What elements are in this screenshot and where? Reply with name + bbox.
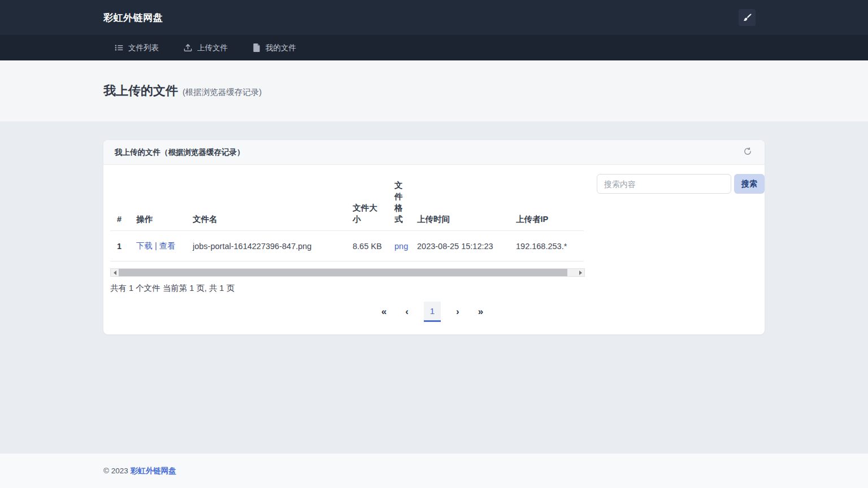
cell-actions: 下载|查看 (129, 231, 186, 262)
brush-icon (743, 14, 752, 22)
page-subtitle: (根据浏览器缓存记录) (183, 88, 262, 97)
cell-format: png (388, 231, 410, 262)
card-body: # 操作 文件名 文件大小 文件格式 上传时间 上传者IP (103, 165, 765, 334)
copyright-text: © 2023 (103, 467, 128, 475)
pagination-first-button[interactable]: « (378, 304, 390, 320)
app-title: 彩虹外链网盘 (103, 11, 163, 24)
col-uploader-ip: 上传者IP (509, 174, 584, 231)
col-format: 文件格式 (388, 174, 410, 231)
nav-item-my-files[interactable]: 我的文件 (253, 43, 296, 53)
nav-label: 上传文件 (197, 43, 228, 53)
main-content: 我上传的文件（根据浏览器缓存记录） (0, 121, 868, 454)
scrollbar-right-arrow[interactable] (576, 269, 584, 276)
scrollbar-left-arrow[interactable] (111, 269, 119, 276)
col-upload-time: 上传时间 (410, 174, 509, 231)
scrollbar-thumb[interactable] (119, 269, 567, 276)
nav-item-file-list[interactable]: 文件列表 (115, 43, 159, 53)
nav-item-upload[interactable]: 上传文件 (184, 43, 228, 53)
files-table: # 操作 文件名 文件大小 文件格式 上传时间 上传者IP (110, 174, 584, 262)
file-icon (253, 43, 261, 52)
theme-toggle-button[interactable] (739, 9, 756, 26)
search-input[interactable] (597, 174, 731, 194)
cell-index: 1 (110, 231, 129, 262)
col-index: # (110, 174, 129, 231)
col-filesize: 文件大小 (346, 174, 388, 231)
cell-filesize: 8.65 KB (346, 231, 388, 262)
nav-label: 文件列表 (128, 43, 159, 53)
footer-site-link[interactable]: 彩虹外链网盘 (131, 467, 176, 475)
pagination-last-button[interactable]: » (475, 304, 487, 320)
top-header: 彩虹外链网盘 (0, 0, 868, 35)
file-count-summary: 共有 1 个文件 当前第 1 页, 共 1 页 (110, 283, 585, 294)
cell-filename: jobs-portal-1614227396-847.png (186, 231, 346, 262)
cell-uploader-ip: 192.168.253.* (509, 231, 584, 262)
card-header: 我上传的文件（根据浏览器缓存记录） (103, 140, 765, 165)
col-filename: 文件名 (186, 174, 346, 231)
search-button[interactable]: 搜索 (734, 174, 765, 194)
scrollbar-track[interactable] (119, 269, 576, 276)
main-nav: 文件列表 上传文件 我的文件 (0, 35, 868, 60)
footer: © 2023彩虹外链网盘 (0, 454, 868, 488)
files-table-wrapper: # 操作 文件名 文件大小 文件格式 上传时间 上传者IP (110, 174, 585, 262)
table-row: 1 下载|查看 jobs-portal-1614227396-847.png 8… (110, 231, 584, 262)
horizontal-scrollbar[interactable] (110, 268, 585, 277)
table-header-row: # 操作 文件名 文件大小 文件格式 上传时间 上传者IP (110, 174, 584, 231)
uploaded-files-card: 我上传的文件（根据浏览器缓存记录） (103, 140, 765, 334)
search-area: 搜索 (585, 174, 765, 294)
pagination-prev-button[interactable]: ‹ (402, 304, 412, 320)
upload-icon (184, 43, 192, 52)
pagination-next-button[interactable]: › (453, 304, 463, 320)
card-title: 我上传的文件（根据浏览器缓存记录） (115, 147, 245, 158)
download-link[interactable]: 下载 (136, 241, 153, 250)
refresh-button[interactable] (742, 146, 753, 159)
format-link[interactable]: png (394, 242, 408, 251)
view-link[interactable]: 查看 (159, 241, 176, 250)
nav-label: 我的文件 (266, 43, 296, 53)
col-actions: 操作 (129, 174, 186, 231)
pagination: « ‹ 1 › » (110, 302, 754, 322)
refresh-icon (743, 147, 752, 158)
page-title: 我上传的文件 (103, 84, 178, 98)
cell-upload-time: 2023-08-25 15:12:23 (410, 231, 509, 262)
list-icon (115, 43, 123, 52)
page-title-band: 我上传的文件(根据浏览器缓存记录) (0, 60, 868, 121)
action-separator: | (155, 241, 157, 250)
table-column: # 操作 文件名 文件大小 文件格式 上传时间 上传者IP (110, 174, 585, 294)
pagination-current-page[interactable]: 1 (424, 302, 441, 322)
